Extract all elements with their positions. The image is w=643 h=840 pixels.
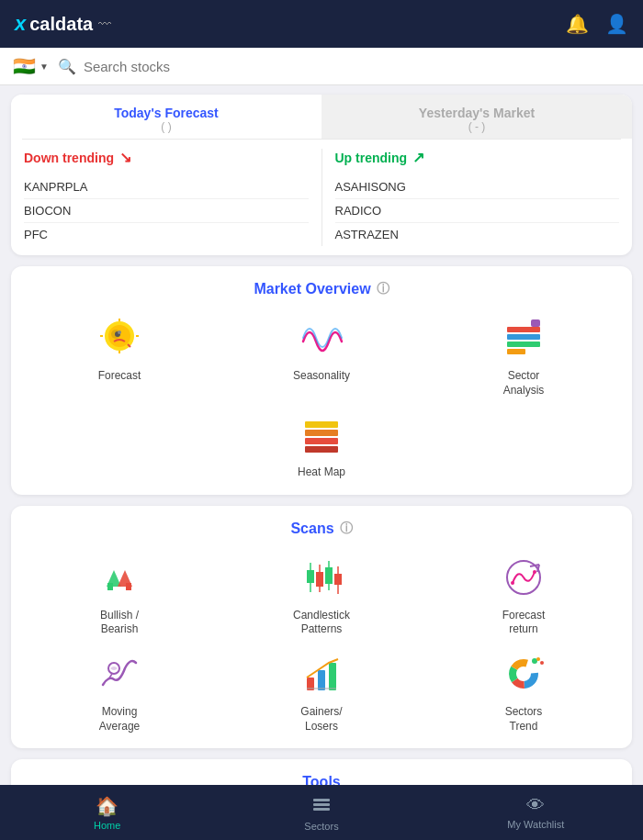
list-item[interactable]: ASAHISONG	[335, 175, 620, 199]
moving-average-icon	[94, 648, 145, 700]
moving-average-label: MovingAverage	[99, 705, 140, 734]
forecast-item[interactable]: Forecast	[22, 312, 217, 398]
scans-card: Scans ⓘ Bullish /Bearish	[11, 506, 632, 748]
nav-sectors-label: Sectors	[304, 821, 338, 832]
svg-rect-77	[313, 799, 330, 801]
svg-line-29	[530, 565, 539, 566]
svg-point-28	[533, 570, 536, 574]
candlestick-patterns-item[interactable]: CandlestickPatterns	[224, 552, 419, 637]
logo: xcaldata 〰	[15, 12, 111, 36]
main-content: Today's Forecast ( ) Yesterday's Market …	[0, 85, 643, 840]
up-arrow-icon: ↗	[412, 149, 424, 166]
seasonality-label: Seasonality	[293, 369, 350, 384]
svg-rect-78	[313, 803, 330, 806]
svg-rect-11	[305, 430, 338, 436]
market-overview-label: Market Overview	[254, 281, 370, 297]
watchlist-icon: 👁	[526, 795, 545, 816]
scans-label: Scans	[290, 521, 333, 537]
svg-rect-34	[318, 670, 325, 690]
svg-rect-79	[313, 808, 330, 811]
svg-rect-9	[531, 319, 540, 327]
yesterday-market-tab[interactable]: Yesterday's Market ( - )	[322, 95, 632, 139]
search-bar: 🇮🇳 ▼ 🔍	[0, 48, 643, 85]
forecast-tabs: Today's Forecast ( ) Yesterday's Market …	[11, 95, 632, 139]
heatmap-icon	[296, 409, 347, 460]
seasonality-item[interactable]: Seasonality	[224, 312, 419, 398]
forecast-label: Forecast	[98, 369, 141, 384]
heatmap-row: Heat Map	[22, 409, 621, 480]
forecast-return-item[interactable]: Forecastreturn	[426, 552, 621, 637]
list-item[interactable]: PFC	[24, 223, 309, 246]
candlestick-patterns-label: CandlestickPatterns	[293, 609, 350, 637]
up-trending-label: Up trending	[335, 151, 408, 165]
candlestick-icon	[296, 552, 347, 603]
market-overview-title: Market Overview ⓘ	[22, 281, 621, 297]
yesterday-market-sub: ( - )	[329, 120, 625, 133]
svg-rect-7	[507, 342, 540, 347]
bottom-nav: 🏠 Home Sectors 👁 My Watchlist	[0, 785, 643, 840]
gainers-losers-item[interactable]: Gainers/Losers	[224, 648, 419, 734]
svg-rect-16	[107, 583, 113, 590]
today-forecast-title: Today's Forecast	[18, 106, 314, 120]
svg-point-41	[518, 668, 529, 679]
svg-rect-25	[334, 574, 342, 585]
down-trending-col: Down trending ↘ KANPRPLA BIOCON PFC	[11, 149, 322, 246]
svg-point-44	[540, 661, 544, 665]
sectors-trend-label: SectorsTrend	[505, 705, 543, 734]
seasonality-icon	[296, 312, 347, 364]
today-forecast-tab[interactable]: Today's Forecast ( )	[11, 95, 322, 139]
header-icons: 🔔 👤	[566, 13, 628, 35]
list-item[interactable]: KANPRPLA	[24, 175, 309, 199]
list-item[interactable]: ASTRAZEN	[335, 223, 620, 246]
bullish-bearish-item[interactable]: Bullish /Bearish	[22, 552, 217, 637]
gainers-losers-label: Gainers/Losers	[300, 705, 342, 734]
heatmap-item[interactable]: Heat Map	[296, 409, 347, 480]
trending-section: Down trending ↘ KANPRPLA BIOCON PFC Up t…	[11, 140, 632, 255]
svg-rect-35	[329, 663, 336, 690]
search-input-container: 🔍	[58, 58, 630, 75]
svg-point-27	[511, 581, 514, 585]
bullish-bearish-icon	[94, 552, 145, 603]
app-header: xcaldata 〰 🔔 👤	[0, 0, 643, 48]
search-input[interactable]	[84, 59, 630, 74]
moving-average-item[interactable]: MovingAverage	[22, 648, 217, 734]
sectors-trend-icon	[498, 648, 549, 700]
down-trending-header: Down trending ↘	[24, 149, 309, 166]
nav-sectors[interactable]: Sectors	[214, 785, 428, 840]
bullish-bearish-label: Bullish /Bearish	[100, 609, 139, 637]
nav-home-label: Home	[94, 820, 120, 831]
svg-rect-23	[325, 567, 333, 584]
nav-watchlist-label: My Watchlist	[507, 819, 564, 830]
svg-rect-17	[126, 583, 131, 590]
heatmap-label: Heat Map	[298, 465, 345, 480]
svg-rect-5	[507, 327, 540, 332]
forecast-card: Today's Forecast ( ) Yesterday's Market …	[11, 95, 632, 255]
list-item[interactable]: RADICO	[335, 199, 620, 223]
market-overview-grid: Forecast Seasonality	[22, 312, 621, 398]
svg-point-4	[118, 330, 121, 334]
home-icon: 🏠	[96, 795, 118, 817]
user-icon[interactable]: 👤	[605, 13, 628, 35]
svg-rect-13	[305, 446, 338, 453]
nav-home[interactable]: 🏠 Home	[0, 785, 214, 840]
scans-grid: Bullish /Bearish Candlestic	[22, 552, 621, 734]
nav-watchlist[interactable]: 👁 My Watchlist	[429, 785, 643, 840]
up-trending-header: Up trending ↗	[335, 149, 620, 166]
forecast-icon	[94, 312, 145, 364]
market-overview-card: Market Overview ⓘ	[11, 266, 632, 495]
svg-rect-10	[305, 421, 338, 428]
notification-icon[interactable]: 🔔	[566, 13, 589, 35]
svg-rect-6	[507, 334, 540, 340]
info-icon: ⓘ	[377, 281, 389, 297]
sector-analysis-item[interactable]: SectorAnalysis	[426, 312, 621, 398]
list-item[interactable]: BIOCON	[24, 199, 309, 223]
down-trending-label: Down trending	[24, 151, 114, 165]
svg-rect-12	[305, 438, 338, 444]
sectors-trend-item[interactable]: SectorsTrend	[426, 648, 621, 734]
country-selector[interactable]: 🇮🇳 ▼	[13, 55, 49, 77]
logo-x: x	[15, 12, 26, 36]
down-arrow-icon: ↘	[119, 149, 131, 166]
svg-rect-21	[316, 572, 323, 587]
scans-info-icon: ⓘ	[340, 521, 353, 537]
svg-rect-19	[307, 570, 314, 583]
